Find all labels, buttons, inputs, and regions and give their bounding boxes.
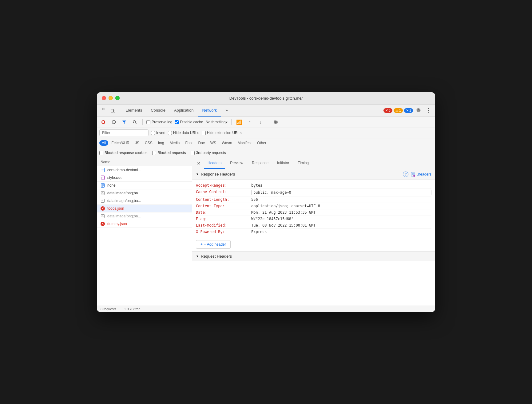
request-item-img1[interactable]: data:image/png;ba... bbox=[97, 189, 192, 197]
request-item-style-css[interactable]: { } style.css bbox=[97, 174, 192, 182]
header-value-content-type: application/json; charset=UTF-8 bbox=[251, 204, 431, 208]
download-icon[interactable]: ↓ bbox=[256, 118, 264, 126]
filter-icon[interactable] bbox=[120, 118, 128, 126]
inspect-icon[interactable] bbox=[99, 106, 108, 115]
blocked-row: Blocked response cookies Blocked request… bbox=[97, 148, 435, 158]
search-icon[interactable] bbox=[131, 118, 139, 126]
tab-elements[interactable]: Elements bbox=[121, 105, 146, 117]
device-toggle-icon[interactable] bbox=[109, 106, 117, 115]
info-x-icon: ✕ bbox=[406, 109, 409, 113]
warning-badge: ⚠ 1 bbox=[394, 108, 403, 113]
request-item-none[interactable]: none bbox=[97, 182, 192, 189]
stop-recording-icon[interactable] bbox=[99, 118, 107, 126]
response-headers-title: ▼ Response Headers bbox=[196, 172, 235, 176]
info-count: 1 bbox=[409, 109, 411, 112]
type-btn-css[interactable]: CSS bbox=[142, 140, 155, 146]
tab-preview[interactable]: Preview bbox=[226, 158, 247, 169]
tab-headers[interactable]: Headers bbox=[204, 158, 225, 169]
blocked-requests-checkbox[interactable] bbox=[152, 151, 156, 155]
upload-icon[interactable]: ↑ bbox=[246, 118, 254, 126]
tab-network[interactable]: Network bbox=[198, 105, 221, 117]
header-value-etag: W/"22c-18457c15d68" bbox=[251, 217, 431, 221]
headers-table: Accept-Ranges: bytes Cache-Control: publ… bbox=[192, 180, 435, 238]
filter-input[interactable] bbox=[99, 129, 149, 136]
hide-data-urls-checkbox[interactable] bbox=[168, 131, 172, 135]
transfer-size: 1.9 kB trar bbox=[124, 307, 140, 311]
type-btn-img[interactable]: Img bbox=[156, 140, 167, 146]
section-actions: ? .headers bbox=[403, 172, 431, 177]
tab-timing[interactable]: Timing bbox=[294, 158, 312, 169]
css-icon: { } bbox=[101, 176, 105, 180]
settings-icon[interactable] bbox=[414, 106, 423, 115]
invert-label[interactable]: Invert bbox=[151, 131, 165, 135]
close-panel-button[interactable]: ✕ bbox=[195, 159, 203, 167]
filter-row: Invert Hide data URLs Hide extension URL… bbox=[97, 128, 435, 138]
type-btn-font[interactable]: Font bbox=[183, 140, 195, 146]
headers-file-link-text: .headers bbox=[417, 172, 431, 176]
third-party-requests-checkbox[interactable] bbox=[191, 151, 195, 155]
close-button[interactable] bbox=[102, 96, 106, 100]
type-btn-doc[interactable]: Doc bbox=[196, 140, 207, 146]
type-btn-wasm[interactable]: Wasm bbox=[219, 140, 235, 146]
response-headers-section[interactable]: ▼ Response Headers ? .headers bbox=[192, 169, 435, 180]
type-btn-manifest[interactable]: Manifest bbox=[235, 140, 254, 146]
request-item-img3[interactable]: data:image/png;ba... bbox=[97, 212, 192, 220]
doc-icon bbox=[101, 168, 105, 172]
disable-cache-checkbox[interactable] bbox=[175, 120, 179, 124]
request-item-todos-json[interactable]: ✕ todos.json bbox=[97, 205, 192, 212]
header-key-date: Date: bbox=[196, 210, 251, 215]
clear-icon[interactable] bbox=[110, 118, 118, 126]
request-item-dummy-json[interactable]: ✕ dummy.json bbox=[97, 220, 192, 228]
headers-panel: ✕ Headers Preview Response Initiator Tim… bbox=[192, 158, 435, 306]
add-header-button[interactable]: + + Add header bbox=[196, 240, 231, 249]
blocked-response-cookies-label[interactable]: Blocked response cookies bbox=[99, 151, 147, 155]
window-title: DevTools - cors-demo-devtools.glitch.me/ bbox=[229, 96, 303, 101]
invert-checkbox[interactable] bbox=[151, 131, 155, 135]
throttle-chevron-icon[interactable]: ▾ bbox=[226, 121, 228, 124]
devtools-window: DevTools - cors-demo-devtools.glitch.me/… bbox=[97, 92, 435, 312]
disable-cache-label[interactable]: Disable cache bbox=[175, 120, 203, 124]
third-party-requests-label[interactable]: 3rd-party requests bbox=[191, 151, 226, 155]
network-settings-icon[interactable] bbox=[272, 118, 280, 126]
type-btn-js[interactable]: JS bbox=[133, 140, 142, 146]
hide-extension-urls-label[interactable]: Hide extension URLs bbox=[202, 131, 242, 135]
type-btn-ws[interactable]: WS bbox=[208, 140, 219, 146]
blocked-response-cookies-checkbox[interactable] bbox=[99, 151, 103, 155]
name-column-header: Name bbox=[101, 160, 110, 164]
tab-application[interactable]: Application bbox=[170, 105, 198, 117]
request-name-cors-demo: cors-demo-devtool... bbox=[107, 168, 188, 172]
request-items: cors-demo-devtool... { } style.css bbox=[97, 166, 192, 306]
svg-point-7 bbox=[428, 112, 429, 113]
disable-cache-text: Disable cache bbox=[180, 120, 203, 124]
request-item-img2[interactable]: data:image/png;ba... bbox=[97, 197, 192, 205]
header-key-content-type: Content-Type: bbox=[196, 204, 251, 208]
triangle-icon: ▼ bbox=[196, 172, 199, 176]
wifi-icon[interactable]: 📶 bbox=[235, 118, 243, 126]
headers-file-link[interactable]: .headers bbox=[411, 172, 431, 177]
request-headers-section[interactable]: ▼ Request Headers bbox=[192, 251, 435, 261]
tab-console[interactable]: Console bbox=[146, 105, 170, 117]
request-item-cors-demo[interactable]: cors-demo-devtool... bbox=[97, 166, 192, 174]
devtools-toolbar: Elements Console Application Network » ✕… bbox=[97, 105, 435, 117]
type-btn-media[interactable]: Media bbox=[167, 140, 182, 146]
preserve-log-label[interactable]: Preserve log bbox=[146, 120, 172, 124]
type-btn-all[interactable]: All bbox=[99, 140, 108, 146]
tab-more[interactable]: » bbox=[221, 105, 232, 117]
type-btn-other[interactable]: Other bbox=[255, 140, 269, 146]
tab-initiator[interactable]: Initiator bbox=[273, 158, 293, 169]
error-x-icon: ✕ bbox=[385, 109, 388, 113]
type-btn-fetch-xhr[interactable]: Fetch/XHR bbox=[109, 140, 132, 146]
header-value-accept-ranges: bytes bbox=[251, 183, 431, 188]
tab-bar: Elements Console Application Network » bbox=[121, 105, 383, 117]
maximize-button[interactable] bbox=[115, 96, 120, 100]
hide-extension-urls-checkbox[interactable] bbox=[202, 131, 206, 135]
more-options-icon[interactable] bbox=[424, 106, 433, 115]
divider-1 bbox=[119, 107, 119, 113]
title-bar: DevTools - cors-demo-devtools.glitch.me/ bbox=[97, 92, 435, 105]
minimize-button[interactable] bbox=[109, 96, 113, 100]
preserve-log-checkbox[interactable] bbox=[146, 120, 150, 124]
hide-data-urls-label[interactable]: Hide data URLs bbox=[168, 131, 199, 135]
help-icon[interactable]: ? bbox=[403, 172, 408, 177]
blocked-requests-label[interactable]: Blocked requests bbox=[152, 151, 186, 155]
tab-response[interactable]: Response bbox=[248, 158, 272, 169]
